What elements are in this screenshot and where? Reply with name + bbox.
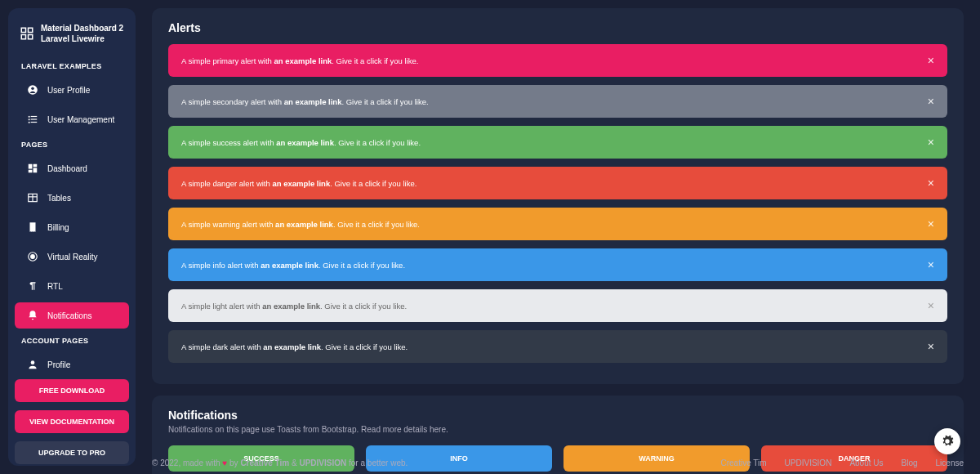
footer-link[interactable]: UPDIVISION xyxy=(785,458,832,467)
sidebar-item-rtl[interactable]: RTL xyxy=(15,273,129,299)
list-icon xyxy=(26,113,39,126)
footer-link[interactable]: License xyxy=(936,458,964,467)
brand-icon xyxy=(20,26,34,41)
sidebar-item-notifications[interactable]: Notifications xyxy=(15,302,129,329)
close-icon[interactable]: × xyxy=(928,340,934,353)
footer: © 2022, made with ♥ by Creative Tim & UP… xyxy=(152,458,964,467)
footer-links: Creative Tim UPDIVISION About Us Blog Li… xyxy=(720,458,964,467)
nav-label: Billing xyxy=(47,223,69,232)
section-account: ACCOUNT PAGES xyxy=(8,330,136,350)
svg-rect-8 xyxy=(29,118,30,120)
alert-warning: A simple warning alert with an example l… xyxy=(168,208,947,240)
nav-label: Notifications xyxy=(47,311,91,320)
close-icon[interactable]: × xyxy=(928,217,934,230)
free-download-button[interactable]: FREE DOWNLOAD xyxy=(15,379,129,402)
alert-text: A simple dark alert with an example link… xyxy=(181,342,408,351)
alert-dark: A simple dark alert with an example link… xyxy=(168,330,947,363)
alert-text: A simple light alert with an example lin… xyxy=(181,302,407,311)
notifications-subtitle: Notifications on this page use Toasts fr… xyxy=(168,425,947,434)
alert-link[interactable]: an example link xyxy=(274,56,332,65)
section-pages: PAGES xyxy=(8,134,136,154)
alerts-title: Alerts xyxy=(168,21,947,34)
sidebar-item-user-management[interactable]: User Management xyxy=(15,106,129,132)
settings-fab[interactable] xyxy=(934,428,960,454)
footer-link[interactable]: Blog xyxy=(902,458,918,467)
gear-icon xyxy=(941,435,954,448)
close-icon[interactable]: × xyxy=(928,258,934,271)
brand[interactable]: Material Dashboard 2Laravel Livewire xyxy=(8,18,136,56)
dashboard-icon xyxy=(26,162,39,175)
alert-link[interactable]: an example link xyxy=(275,220,333,229)
section-laravel: LARAVEL EXAMPLES xyxy=(8,56,136,75)
alert-link[interactable]: an example link xyxy=(261,261,318,270)
alerts-card: Alerts A simple primary alert with an ex… xyxy=(152,8,964,384)
notifications-title: Notifications xyxy=(168,409,947,422)
nav-label: Dashboard xyxy=(47,164,87,173)
upgrade-pro-button[interactable]: UPGRADE TO PRO xyxy=(15,441,129,464)
alert-success: A simple success alert with an example l… xyxy=(168,126,947,159)
close-icon[interactable]: × xyxy=(928,299,934,312)
alert-link[interactable]: an example link xyxy=(276,138,334,147)
receipt-icon xyxy=(26,221,39,234)
sidebar-item-billing[interactable]: Billing xyxy=(15,214,129,240)
svg-rect-1 xyxy=(29,28,33,32)
nav-label: RTL xyxy=(47,282,63,291)
sidebar-item-dashboard[interactable]: Dashboard xyxy=(15,155,129,181)
alert-primary: A simple primary alert with an example l… xyxy=(168,44,947,77)
sidebar: Material Dashboard 2Laravel Livewire LAR… xyxy=(8,8,136,466)
nav-label: User Management xyxy=(47,115,114,124)
footer-link[interactable]: Creative Tim xyxy=(720,458,766,467)
svg-rect-15 xyxy=(29,170,33,173)
svg-rect-11 xyxy=(31,122,38,123)
nav-label: Tables xyxy=(47,194,71,203)
sidebar-item-tables[interactable]: Tables xyxy=(15,185,129,211)
svg-rect-2 xyxy=(21,35,25,39)
close-icon[interactable]: × xyxy=(928,136,934,149)
svg-rect-6 xyxy=(29,116,30,118)
person-circle-icon xyxy=(26,83,39,96)
alert-text: A simple secondary alert with an example… xyxy=(181,97,429,106)
alert-text: A simple success alert with an example l… xyxy=(181,138,421,147)
vr-icon xyxy=(26,250,39,263)
footer-link[interactable]: About Us xyxy=(849,458,883,467)
alert-light: A simple light alert with an example lin… xyxy=(168,289,947,322)
svg-rect-3 xyxy=(29,35,33,39)
alert-link[interactable]: an example link xyxy=(284,97,342,106)
svg-rect-9 xyxy=(31,118,38,119)
format-icon xyxy=(26,279,39,293)
sidebar-item-user-profile[interactable]: User Profile xyxy=(15,77,129,103)
person-icon xyxy=(26,358,39,371)
svg-rect-14 xyxy=(33,168,38,172)
svg-rect-10 xyxy=(29,122,30,123)
alert-text: A simple danger alert with an example li… xyxy=(181,179,416,188)
nav-label: User Profile xyxy=(47,86,90,95)
nav-label: Virtual Reality xyxy=(47,253,98,262)
sidebar-item-profile[interactable]: Profile xyxy=(15,351,129,378)
svg-rect-12 xyxy=(29,164,33,169)
alert-link[interactable]: an example link xyxy=(272,179,330,188)
brand-text: Material Dashboard 2Laravel Livewire xyxy=(41,23,123,44)
sidebar-item-virtual-reality[interactable]: Virtual Reality xyxy=(15,244,129,270)
svg-rect-7 xyxy=(31,116,38,117)
alert-text: A simple primary alert with an example l… xyxy=(181,56,418,65)
view-documentation-button[interactable]: VIEW DOCUMENTATION xyxy=(15,410,129,433)
alert-link[interactable]: an example link xyxy=(263,342,321,351)
close-icon[interactable]: × xyxy=(928,177,934,190)
alert-danger: A simple danger alert with an example li… xyxy=(168,167,947,199)
bell-icon xyxy=(26,309,39,322)
alert-info: A simple info alert with an example link… xyxy=(168,248,947,281)
alert-text: A simple warning alert with an example l… xyxy=(181,220,420,229)
alert-link[interactable]: an example link xyxy=(262,302,320,311)
alert-secondary: A simple secondary alert with an example… xyxy=(168,85,947,118)
svg-point-5 xyxy=(31,87,34,91)
nav-label: Profile xyxy=(47,360,70,369)
svg-rect-13 xyxy=(33,164,38,168)
svg-point-20 xyxy=(31,255,35,259)
main-content: Alerts A simple primary alert with an ex… xyxy=(144,0,972,474)
table-icon xyxy=(26,191,39,204)
svg-rect-0 xyxy=(21,28,25,32)
footer-copyright: © 2022, made with ♥ by Creative Tim & UP… xyxy=(152,458,408,467)
close-icon[interactable]: × xyxy=(928,95,934,108)
close-icon[interactable]: × xyxy=(928,54,934,67)
alert-text: A simple info alert with an example link… xyxy=(181,261,405,270)
